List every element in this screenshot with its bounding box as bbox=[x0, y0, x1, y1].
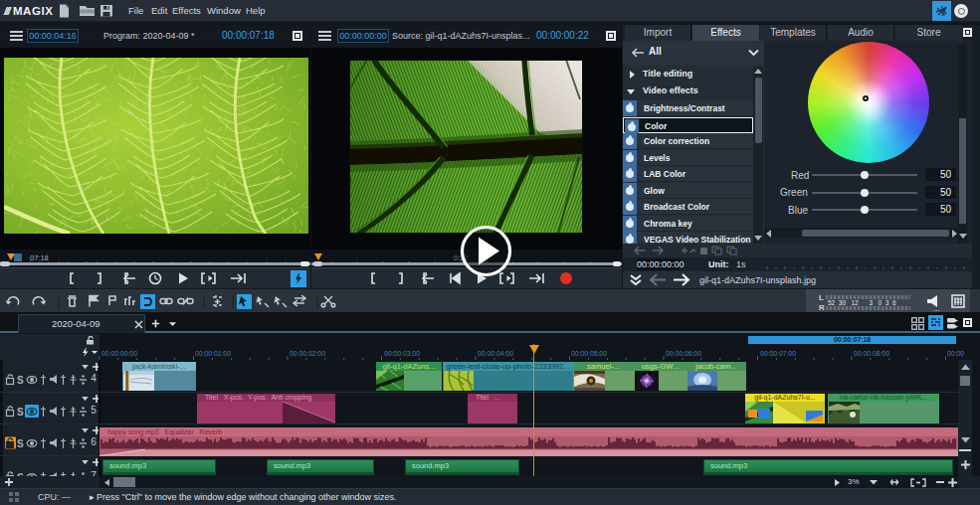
svg-text:S: S bbox=[17, 375, 24, 386]
svg-text:S: S bbox=[17, 438, 24, 449]
svg-text:07:18: 07:18 bbox=[30, 253, 49, 262]
svg-text:S: S bbox=[17, 407, 24, 418]
